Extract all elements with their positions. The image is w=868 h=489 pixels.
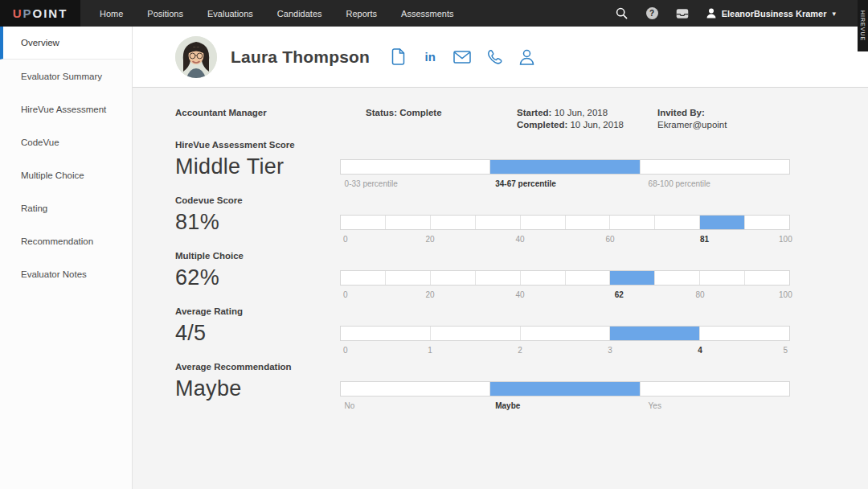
bar-tick: 0-33 percentile <box>345 179 398 188</box>
linkedin-icon[interactable]: in <box>421 48 439 66</box>
score-bar <box>340 270 790 286</box>
bar-segment <box>431 216 476 229</box>
bar-tick: 0 <box>343 346 348 355</box>
email-icon[interactable] <box>453 48 471 66</box>
bar-tick: 1 <box>428 346 432 355</box>
bar-segment <box>566 271 611 285</box>
bar-segment <box>431 271 476 285</box>
score-row-multiple-choice: Multiple Choice62%020406280100 <box>175 251 868 301</box>
invited-by-value: Ekramer@upoint <box>657 119 727 131</box>
bar-fill-segment <box>490 160 640 174</box>
search-icon[interactable] <box>616 7 628 20</box>
score-row-hirevue-assessment-score: HireVue Assessment ScoreMiddle Tier0-33 … <box>175 140 868 190</box>
assessment-info-row: Accountant Manager Status: Complete Star… <box>175 107 868 131</box>
status: Status: Complete <box>366 107 517 131</box>
sidebar-item-evaluator-notes[interactable]: Evaluator Notes <box>0 257 132 290</box>
nav-item-assessments[interactable]: Assessments <box>401 9 453 18</box>
logo-box[interactable]: UPOINT <box>0 0 80 27</box>
bar-segment <box>341 160 490 174</box>
bar-tick: 100 <box>779 290 792 299</box>
bar-ticks: 012345 <box>340 346 790 356</box>
bar-tick: 100 <box>779 235 792 244</box>
help-icon[interactable]: ? <box>646 7 658 19</box>
inbox-icon[interactable] <box>676 7 689 20</box>
avatar <box>175 36 217 78</box>
bar-segment <box>341 327 431 340</box>
position-title: Accountant Manager <box>175 107 366 131</box>
bar-tick: Yes <box>649 401 661 410</box>
nav-item-evaluations[interactable]: Evaluations <box>207 9 253 18</box>
bar-fill-segment <box>700 216 745 229</box>
dates: Started: 10 Jun, 2018 Completed: 10 Jun,… <box>517 107 657 131</box>
bar-segment <box>521 271 566 285</box>
contact-icons: in <box>389 48 535 66</box>
phone-icon[interactable] <box>485 48 503 66</box>
bar-tick: 2 <box>518 346 522 355</box>
bar-tick: 60 <box>605 235 614 244</box>
score-row-average-rating: Average Rating4/5012345 <box>175 306 868 356</box>
score-label: Multiple Choice <box>175 251 340 261</box>
navbar-right: ? EleanorBusiness Kramer ▾ <box>616 7 836 20</box>
score-bar <box>340 326 790 341</box>
started-label: Started: <box>517 108 551 117</box>
hirevue-watermark: HIREVUE <box>858 0 868 51</box>
sidebar-item-overview[interactable]: Overview <box>0 27 132 60</box>
invited-by-label: Invited By: <box>657 107 727 119</box>
bar-tick: 3 <box>608 346 612 355</box>
nav-item-candidates[interactable]: Candidates <box>277 9 322 18</box>
score-value: 62% <box>175 265 340 290</box>
score-bar <box>340 381 790 397</box>
user-menu[interactable]: EleanorBusiness Kramer ▾ <box>706 8 836 18</box>
sidebar-item-rating[interactable]: Rating <box>0 191 132 224</box>
bar-ticks: 020406280100 <box>340 290 790 301</box>
sidebar-item-evaluator-summary[interactable]: Evaluator Summary <box>0 60 132 92</box>
bar-fill-segment <box>610 271 655 285</box>
nav-item-home[interactable]: Home <box>100 9 123 18</box>
bar-tick: 40 <box>515 290 524 299</box>
invited-by: Invited By: Ekramer@upoint <box>657 107 727 131</box>
bar-tick: 0 <box>343 235 348 244</box>
sidebar-item-codevue[interactable]: CodeVue <box>0 125 132 158</box>
status-label: Status: <box>366 108 397 117</box>
bar-segment <box>521 327 611 340</box>
resume-document-icon[interactable] <box>389 48 407 66</box>
sidebar-item-multiple-choice[interactable]: Multiple Choice <box>0 158 132 191</box>
score-row-average-recommendation: Average RecommendationMaybeNoMaybeYes <box>175 362 868 412</box>
bar-ticks: 0-33 percentile34-67 percentile68-100 pe… <box>340 179 790 190</box>
bar-tick: 5 <box>784 346 788 355</box>
bar-segment <box>386 216 431 229</box>
bar-segment <box>566 216 611 229</box>
bar-ticks: NoMaybeYes <box>340 401 790 412</box>
overview-content: Accountant Manager Status: Complete Star… <box>133 88 868 489</box>
bar-tick: 20 <box>425 235 434 244</box>
candidate-name: Laura Thompson <box>231 47 370 67</box>
score-label: Codevue Score <box>175 195 340 205</box>
bar-segment <box>745 216 789 229</box>
bar-segment <box>476 216 521 229</box>
profile-icon[interactable] <box>518 48 535 66</box>
bar-tick: 80 <box>695 290 704 299</box>
bar-tick: 4 <box>698 346 702 355</box>
upoint-logo: UPOINT <box>13 6 68 20</box>
user-name: EleanorBusiness Kramer <box>722 9 827 18</box>
score-value: Middle Tier <box>175 154 340 179</box>
top-navbar: UPOINT HomePositionsEvaluationsCandidate… <box>0 0 868 27</box>
bar-tick: 81 <box>700 235 709 244</box>
bar-segment <box>700 327 789 340</box>
bar-tick: 68-100 percentile <box>649 179 710 188</box>
bar-tick: 40 <box>515 235 524 244</box>
bar-segment <box>341 216 386 229</box>
bar-segment <box>655 271 700 285</box>
completed-value: 10 Jun, 2018 <box>570 120 624 129</box>
sidebar-item-hirevue-assessment[interactable]: HireVue Assessment <box>0 92 132 125</box>
bar-segment <box>341 271 386 285</box>
score-bar <box>340 215 790 230</box>
sidebar-item-recommendation[interactable]: Recommendation <box>0 224 132 257</box>
bar-tick: No <box>345 401 355 410</box>
bar-segment <box>641 160 789 174</box>
bar-segment <box>745 271 789 285</box>
completed-label: Completed: <box>517 120 567 129</box>
nav-item-reports[interactable]: Reports <box>346 9 378 18</box>
nav-item-positions[interactable]: Positions <box>147 9 183 18</box>
score-row-codevue-score: Codevue Score81%020406081100 <box>175 195 868 245</box>
